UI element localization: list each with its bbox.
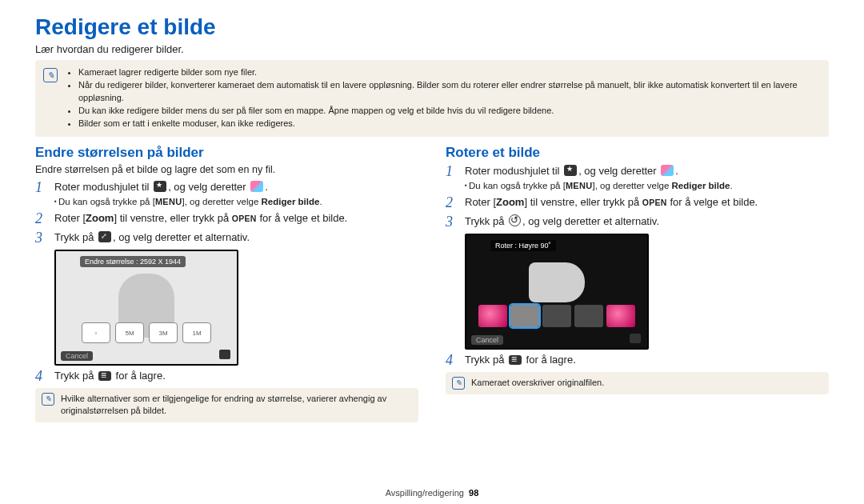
note-item: Når du redigerer bilder, konverterer kam… [78,79,821,105]
step-1-sub: Du kan også trykke på [MENU], og derette… [35,197,418,206]
screenshot-label: Roter : Høyre 90˚ [490,240,556,251]
image-thumb-icon [661,165,674,176]
step-2: Roter [Zoom] til venstre, eller trykk på… [54,211,347,226]
note-list: Kameraet lagrer redigerte bilder som nye… [66,66,821,130]
step-number: 3 [446,214,458,230]
thumb[interactable] [606,305,635,327]
size-option[interactable]: 5M [115,322,144,343]
size-option[interactable]: 3M [149,322,178,343]
rotate-options [466,305,647,327]
silhouette-graphic [529,262,585,302]
note-icon: ✎ [42,393,54,406]
step-number: 2 [35,211,48,227]
thumb[interactable] [574,305,603,327]
mode-dial-icon [564,165,577,176]
page-title: Redigere et bilde [35,14,829,40]
resize-desc: Endre størrelsen på et bilde og lagre de… [35,164,418,175]
rotate-note: ✎ Kameraet overskriver originalfilen. [446,372,829,394]
resize-heading: Endre størrelsen på bilder [35,145,418,161]
step-number: 4 [446,353,458,369]
note-icon: ✎ [43,68,58,82]
step-number: 1 [35,180,48,196]
step-3: Trykk på , og velg deretter et alternati… [54,230,250,246]
note-item: Bilder som er tatt i enkelte moduser, ka… [78,118,821,130]
note-text: Kameraet overskriver originalfilen. [471,377,604,390]
size-options: ▫ 5M 3M 1M [56,322,237,343]
step-number: 1 [446,164,458,180]
image-thumb-icon [250,181,263,192]
step-2: Roter [Zoom] til venstre, eller trykk på… [465,195,758,210]
step-1: Roter modushjulet til , og velg deretter… [465,164,678,179]
cancel-button[interactable]: Cancel [61,351,93,361]
step-number: 2 [446,195,458,211]
note-icon: ✎ [452,377,465,390]
step-number: 4 [35,369,48,385]
step-1-sub: Du kan også trykke på [MENU], og derette… [446,181,829,190]
resize-section: Endre størrelsen på bilder Endre størrel… [35,145,418,422]
thumb-selected[interactable] [510,305,539,327]
resize-icon [98,231,111,242]
lead-text: Lær hvordan du redigerer bilder. [35,43,829,55]
step-4: Trykk på for å lagre. [465,353,576,368]
cancel-button[interactable]: Cancel [471,335,503,345]
screenshot-label: Endre størrelse : 2592 X 1944 [80,256,186,267]
resize-note: ✎ Hvilke alternativer som er tilgjengeli… [35,388,418,422]
step-3: Trykk på , og velg deretter et alternati… [465,214,659,230]
note-item: Du kan ikke redigere bilder mens du ser … [78,105,821,118]
mode-dial-icon [154,181,166,192]
step-number: 3 [35,230,48,246]
rotate-icon [509,214,521,226]
note-text: Hvilke alternativer som er tilgjengelige… [61,393,412,418]
rotate-heading: Rotere et bilde [446,145,829,161]
size-option[interactable]: 1M [182,322,211,343]
resize-screenshot: Endre størrelse : 2592 X 1944 ▫ 5M 3M 1M… [54,250,238,366]
menu-icon [509,355,522,365]
rotate-screenshot: Roter : Høyre 90˚ Cancel [465,234,649,350]
note-item: Kameraet lagrer redigerte bilder som nye… [78,66,821,79]
size-option[interactable]: ▫ [82,322,110,343]
thumb[interactable] [478,305,507,327]
save-icon[interactable] [219,350,230,359]
menu-icon [98,371,111,381]
thumb[interactable] [542,305,571,327]
top-notes: ✎ Kameraet lagrer redigerte bilder som n… [35,60,829,137]
step-1: Roter modushjulet til , og velg deretter… [54,180,268,195]
save-icon[interactable] [630,334,641,343]
step-4: Trykk på for å lagre. [54,369,166,384]
page-footer: Avspilling/redigering 98 [0,488,864,498]
rotate-section: Rotere et bilde 1 Roter modushjulet til … [446,145,829,422]
